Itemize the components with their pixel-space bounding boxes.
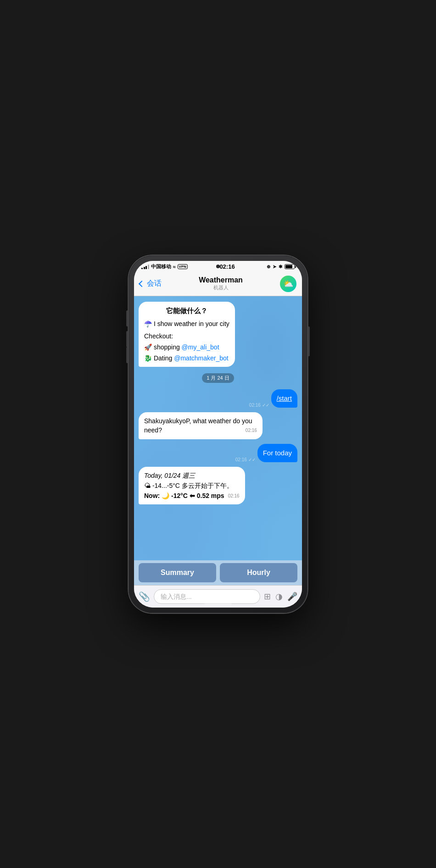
dating-text: 🐉 Dating [144,354,174,362]
message-time: 02:16 ✓✓ [249,403,269,408]
check-marks-icon: ✓✓ [262,403,269,408]
for-today-bubble: For today [257,444,297,462]
status-right: ⊕ ➤ ✱ [267,264,295,269]
matchmaker-link[interactable]: @matchmaker_bot [174,354,228,362]
message-row: 02:16 ✓✓ /start [139,389,297,408]
message-time: 02:16 ✓✓ [235,457,256,462]
mic-icon[interactable]: 🎤 [287,592,297,602]
signal-icon [141,265,149,269]
intro-line3: 🚀 shopping @my_ali_bot [144,343,229,352]
chat-area: 它能做什么？ ☂️ I show weather in your city Ch… [134,296,302,560]
emoji-icon[interactable]: ◑ [275,592,283,602]
input-right-icons: ⊞ ◑ 🎤 [264,592,297,602]
intro-title: 它能做什么？ [144,306,229,316]
bluetooth-icon: ✱ [279,264,282,269]
nav-title: Weatherman [162,276,280,284]
message-time: 02:16 [228,493,240,500]
location-icon: ⊕ [267,264,270,269]
carrier-label: 中国移动 [151,263,171,270]
wifi-icon: ≈ [173,264,176,270]
shopping-text: 🚀 shopping [144,343,182,351]
sticker-icon[interactable]: ⊞ [264,592,271,602]
date-separator: 1 月 24 日 [139,373,297,383]
start-bubble: /start [271,389,297,408]
outgoing-msg-wrapper: 02:16 ✓✓ /start [247,389,297,408]
battery-icon [285,264,295,269]
intro-checkout: Checkout: [144,332,229,341]
bot-avatar[interactable]: ⛅ [280,276,296,292]
message-row: 它能做什么？ ☂️ I show weather in your city Ch… [139,302,297,367]
navigation-icon: ➤ [273,264,276,269]
outgoing-msg-wrapper: 02:16 ✓✓ For today [234,444,297,462]
bot-avatar-icon: ⛅ [283,279,293,289]
message-row: ShakuyakukyoP, what weather do you need?… [139,412,297,439]
camera-dot [216,265,220,268]
bot-question-bubble: ShakuyakukyoP, what weather do you need?… [139,412,263,439]
back-label: 会话 [147,279,162,288]
status-time: 02:16 [219,263,235,270]
battery-fill [285,265,292,268]
chevron-left-icon [139,280,145,287]
navigation-bar: 会话 Weatherman 机器人 ⛅ [134,273,302,296]
date-badge: 1 月 24 日 [202,373,234,383]
weather-now: Now: 🌙 -12°C ⬅ 0.52 mps 02:16 [144,491,240,500]
weather-forecast: 🌤 -14...-5°C 多云开始于下午。 [144,481,240,490]
nav-center: Weatherman 机器人 [162,276,280,291]
nav-subtitle: 机器人 [162,284,280,291]
message-time: 02:16 [246,427,257,434]
weather-bubble: Today, 01/24 週三 🌤 -14...-5°C 多云开始于下午。 No… [139,467,245,505]
summary-button[interactable]: Summary [139,563,216,582]
weather-date: Today, 01/24 週三 [144,471,240,480]
ali-bot-link[interactable]: @my_ali_bot [182,343,219,351]
back-button[interactable]: 会话 [140,279,162,288]
intro-line1: ☂️ I show weather in your city [144,319,229,328]
phone-screen: 中国移动 ≈ VPN 02:16 ⊕ ➤ ✱ 会话 Weatherman [134,261,302,608]
message-row: 02:16 ✓✓ For today [139,444,297,462]
weather-now-text: Now: 🌙 -12°C ⬅ 0.52 mps [144,492,224,499]
intro-bubble: 它能做什么？ ☂️ I show weather in your city Ch… [139,302,235,367]
check-marks-icon: ✓✓ [248,457,256,462]
vpn-badge: VPN [178,264,188,269]
home-indicator[interactable] [204,602,232,605]
phone-frame: 中国移动 ≈ VPN 02:16 ⊕ ➤ ✱ 会话 Weatherman [129,255,307,613]
message-row: Today, 01/24 週三 🌤 -14...-5°C 多云开始于下午。 No… [139,467,297,505]
attach-icon[interactable]: 📎 [139,591,150,602]
intro-line4: 🐉 Dating @matchmaker_bot [144,354,229,363]
hourly-button[interactable]: Hourly [220,563,297,582]
status-left: 中国移动 ≈ VPN [141,263,188,270]
quick-replies: Summary Hourly [134,560,302,585]
